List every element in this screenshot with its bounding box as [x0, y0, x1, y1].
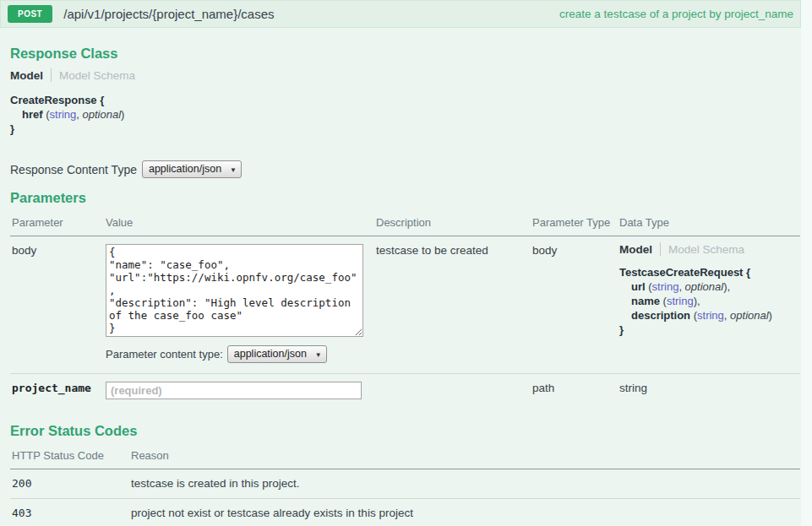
tab-model-schema[interactable]: Model Schema [59, 69, 135, 82]
model-close: } [10, 122, 801, 136]
status-code: 403 [10, 499, 129, 526]
response-content-type-row: Response Content Type application/json ▼ [10, 160, 801, 178]
model-field: url (string, optional), [619, 279, 795, 294]
error-codes-table: HTTP Status Code Reason 200 testcase is … [10, 446, 800, 526]
body-parameter-textarea[interactable]: { "name": "case_foo", "url":"https://wik… [106, 244, 363, 337]
http-method-badge: POST [8, 5, 52, 23]
parameter-content-type-row: Parameter content type: application/json… [106, 345, 369, 363]
param-row-body: body { "name": "case_foo", "url":"https:… [10, 236, 800, 374]
status-reason: project not exist or testcase already ex… [129, 499, 800, 526]
col-parameter-type: Parameter Type [531, 213, 618, 236]
param-name-body: body [10, 236, 104, 374]
parameters-section: Parameters Parameter Value Description P… [10, 178, 801, 409]
error-codes-header-row: HTTP Status Code Reason [10, 446, 800, 469]
error-codes-title: Error Status Codes [10, 423, 801, 439]
param-type-project-name: path [531, 374, 618, 410]
status-reason: testcase is created in this project. [129, 469, 800, 499]
error-row-403: 403 project not exist or testcase alread… [10, 499, 800, 526]
tab-divider [51, 68, 52, 82]
project-name-input[interactable] [106, 382, 362, 399]
col-data-type: Data Type [618, 213, 800, 236]
tab-model[interactable]: Model [10, 69, 43, 82]
response-class-title: Response Class [10, 46, 801, 62]
parameters-header-row: Parameter Value Description Parameter Ty… [10, 213, 800, 236]
param-description-body: testcase to be created [374, 236, 531, 374]
tab-model[interactable]: Model [619, 243, 652, 256]
request-model-signature: TestcaseCreateRequest { url (string, opt… [619, 265, 795, 337]
model-field: name (string), [619, 294, 795, 308]
param-description-project-name [374, 374, 531, 410]
status-code: 200 [10, 469, 129, 499]
parameters-table: Parameter Value Description Parameter Ty… [10, 213, 800, 409]
response-model-tabs: Model Model Schema [10, 68, 801, 82]
param-row-project-name: project_name path string [10, 374, 800, 410]
tab-model-schema[interactable]: Model Schema [668, 243, 744, 256]
error-row-200: 200 testcase is created in this project. [10, 469, 800, 499]
param-type-body: body [531, 236, 618, 374]
operation-panel: POST /api/v1/projects/{project_name}/cas… [0, 0, 801, 526]
model-open: TestcaseCreateRequest { [619, 265, 795, 279]
model-field: description (string, optional) [619, 308, 795, 323]
parameter-content-type-label: Parameter content type: [106, 348, 223, 361]
col-description: Description [374, 213, 531, 236]
col-parameter: Parameter [10, 213, 104, 236]
model-close: } [619, 323, 795, 337]
operation-heading[interactable]: POST /api/v1/projects/{project_name}/cas… [0, 0, 801, 28]
parameter-content-type-select[interactable]: application/json [227, 345, 327, 363]
param-name-project-name: project_name [10, 374, 104, 410]
response-model-signature: CreateResponse { href (string, optional)… [10, 93, 801, 136]
endpoint-path-link[interactable]: /api/v1/projects/{project_name}/cases [63, 7, 274, 21]
col-value: Value [104, 213, 374, 236]
error-codes-section: Error Status Codes HTTP Status Code Reas… [10, 409, 801, 526]
model-field: href (string, optional) [10, 107, 801, 122]
col-http-status-code: HTTP Status Code [10, 446, 129, 469]
tab-divider [660, 242, 661, 256]
response-content-type-select[interactable]: application/json [142, 160, 242, 178]
operation-summary-link[interactable]: create a testcase of a project by projec… [559, 8, 793, 20]
response-content-type-label: Response Content Type [10, 163, 137, 176]
param-data-type-project-name: string [618, 374, 800, 410]
col-reason: Reason [129, 446, 800, 469]
request-model-tabs: Model Model Schema [619, 242, 795, 256]
model-open: CreateResponse { [10, 93, 801, 107]
response-class-section: Response Class Model Model Schema Create… [10, 28, 801, 178]
parameters-title: Parameters [10, 190, 801, 206]
